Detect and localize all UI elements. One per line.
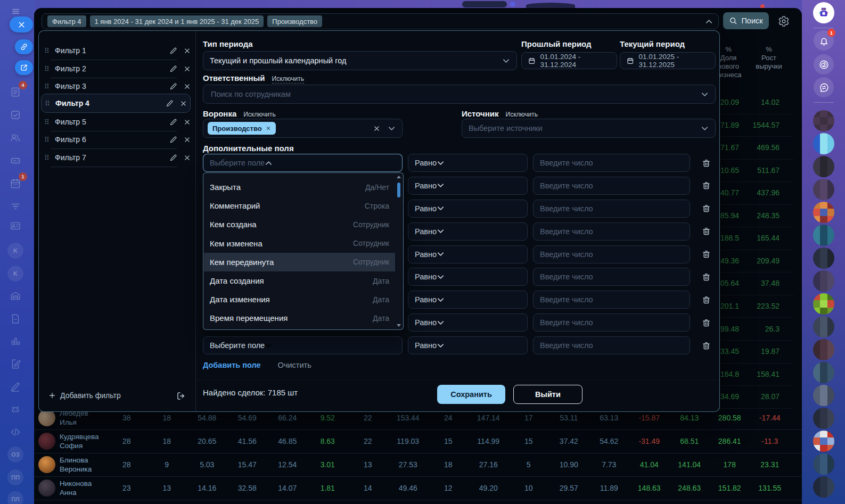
filter-list-item[interactable]: ⠿Фильтр 2 — [44, 60, 191, 77]
contact-avatar[interactable] — [813, 362, 834, 383]
edit-pencil-icon[interactable] — [169, 154, 177, 162]
filter-chip[interactable]: Производство — [267, 15, 322, 27]
add-field-link[interactable]: Добавить поле — [203, 361, 261, 369]
table-row[interactable]: НиконоваАнна231314.1632.5814.071.811449.… — [34, 476, 802, 500]
drag-handle-icon[interactable]: ⠿ — [44, 154, 55, 162]
sidebar-avatar[interactable]: ПЛ — [7, 491, 23, 504]
assistant-robot-avatar[interactable] — [813, 2, 834, 23]
filter-list-item[interactable]: ⠿Фильтр 1 — [44, 42, 191, 59]
tasks-icon[interactable] — [10, 109, 21, 121]
drag-handle-icon[interactable]: ⠿ — [44, 47, 55, 55]
edit-pencil-icon[interactable] — [169, 47, 177, 55]
delete-filter-icon[interactable] — [184, 65, 191, 72]
exit-button[interactable]: Выйти — [513, 385, 583, 404]
bot-icon[interactable] — [10, 403, 21, 415]
contact-avatar[interactable] — [813, 385, 834, 406]
contact-avatar[interactable] — [813, 156, 834, 177]
field-option[interactable]: Дата созданияДата — [204, 271, 395, 290]
delete-row-trash-icon[interactable] — [700, 222, 712, 241]
responsible-search-input[interactable] — [210, 89, 701, 99]
edit-pencil-icon[interactable] — [166, 100, 174, 108]
add-filter-button[interactable]: Добавить фильтр — [48, 391, 121, 400]
delete-row-trash-icon[interactable] — [700, 177, 712, 195]
edit-pencil-icon[interactable] — [169, 136, 177, 144]
contact-avatar[interactable] — [813, 316, 834, 337]
number-input[interactable]: Введите число — [533, 268, 690, 286]
number-input[interactable]: Введите число — [533, 245, 690, 263]
menu-icon[interactable] — [11, 7, 20, 16]
sidebar-avatar[interactable]: ПП — [7, 469, 23, 485]
contact-avatar[interactable] — [813, 339, 834, 360]
filter-list-item[interactable]: ⠿Фильтр 3 — [44, 78, 191, 95]
contact-avatar[interactable] — [813, 225, 834, 246]
delete-row-trash-icon[interactable] — [700, 200, 712, 218]
delete-filter-icon[interactable] — [184, 136, 191, 143]
drag-handle-icon[interactable]: ⠿ — [44, 82, 55, 90]
responsible-exclude-link[interactable]: Исключить — [272, 75, 304, 84]
operator-select[interactable]: Равно — [408, 268, 528, 286]
contact-avatar[interactable] — [813, 453, 834, 475]
contact-avatar[interactable] — [813, 202, 834, 223]
sidebar-avatar[interactable]: K — [7, 266, 23, 282]
delete-row-trash-icon[interactable] — [700, 313, 712, 332]
contact-avatar[interactable] — [813, 408, 834, 429]
delete-filter-icon[interactable] — [180, 100, 187, 107]
filter-list-item[interactable]: ⠿Фильтр 6 — [44, 131, 191, 148]
delete-row-trash-icon[interactable] — [700, 154, 712, 172]
remove-tag-icon[interactable] — [266, 126, 271, 131]
filter-chip[interactable]: 1 янв 2024 - 31 дек 2024 и 1 янв 2025 - … — [90, 15, 264, 27]
delete-filter-icon[interactable] — [184, 154, 191, 161]
responsible-select[interactable] — [203, 85, 716, 104]
field-select-open[interactable]: Выберите поле — [203, 154, 403, 172]
sidebar-avatar[interactable]: K — [7, 243, 23, 259]
filter-list-item[interactable]: ⠿Фильтр 5 — [44, 113, 191, 130]
period-type-select[interactable]: Текущий и прошлый календарный год — [203, 51, 517, 70]
collapse-panel-icon[interactable] — [176, 391, 186, 401]
contact-avatar[interactable] — [813, 179, 834, 200]
drag-handle-icon[interactable]: ⠿ — [44, 65, 55, 73]
filter-chip[interactable]: Фильтр 4 — [47, 15, 86, 27]
delete-row-trash-icon[interactable] — [700, 336, 712, 354]
sidebar-avatar[interactable]: ОЗ — [7, 447, 23, 462]
filter-list-item[interactable]: ⠿Фильтр 4 — [41, 94, 191, 113]
external-link-button[interactable] — [15, 60, 33, 75]
contact-avatar[interactable] — [813, 270, 834, 292]
operator-select[interactable]: Равно — [408, 177, 528, 195]
delete-row-trash-icon[interactable] — [700, 268, 712, 286]
field-option[interactable]: Дата измененияДата — [204, 290, 395, 309]
operator-select[interactable]: Равно — [408, 291, 528, 309]
edit-pencil-icon[interactable] — [169, 65, 177, 73]
badge-card-icon[interactable] — [10, 220, 21, 232]
signature-icon[interactable] — [10, 381, 21, 393]
number-input[interactable]: Введите число — [533, 154, 690, 172]
source-select[interactable]: Выберите источники — [462, 119, 716, 138]
number-input[interactable]: Введите число — [533, 291, 690, 309]
field-option[interactable]: Кем передвинутаСотрудник — [204, 253, 395, 271]
source-exclude-link[interactable]: Исключить — [506, 111, 538, 119]
past-period-field[interactable]: 01.01.2024 - 31.12.2024 — [521, 52, 617, 69]
document-icon[interactable] — [10, 313, 21, 325]
analytics-icon[interactable] — [10, 335, 21, 347]
delete-row-trash-icon[interactable] — [700, 291, 712, 309]
drag-handle-icon[interactable]: ⠿ — [44, 136, 55, 144]
chat-sync-button[interactable] — [814, 77, 834, 97]
table-row[interactable]: КудрявцеваСофия281820.6541.5646.858.6322… — [34, 429, 802, 453]
funnel-icon[interactable] — [10, 201, 21, 212]
number-input[interactable]: Введите число — [533, 336, 690, 354]
field-option[interactable]: Кем измененаСотрудник — [204, 234, 395, 253]
funnel-tag[interactable]: Производство — [208, 122, 276, 135]
delete-filter-icon[interactable] — [184, 119, 191, 126]
dropdown-scrollbar[interactable] — [396, 174, 402, 328]
save-button[interactable]: Сохранить — [437, 385, 505, 404]
table-row[interactable]: БлиноваВероника2895.0315.4712.543.011327… — [34, 453, 802, 477]
scroll-down-arrow[interactable] — [397, 324, 401, 327]
contact-avatar[interactable] — [813, 133, 834, 154]
delete-row-trash-icon[interactable] — [700, 245, 712, 263]
filter-list-item[interactable]: ⠿Фильтр 7 — [44, 149, 191, 166]
field-option[interactable]: Время перемещенияДата — [204, 309, 395, 327]
field-option[interactable]: Кем созданаСотрудник — [204, 215, 395, 234]
contact-avatar[interactable] — [813, 247, 834, 269]
contact-avatar[interactable] — [813, 293, 834, 315]
field-option[interactable]: ЗакрытаДа/Нет — [204, 178, 395, 196]
number-input[interactable]: Введите число — [533, 200, 690, 218]
